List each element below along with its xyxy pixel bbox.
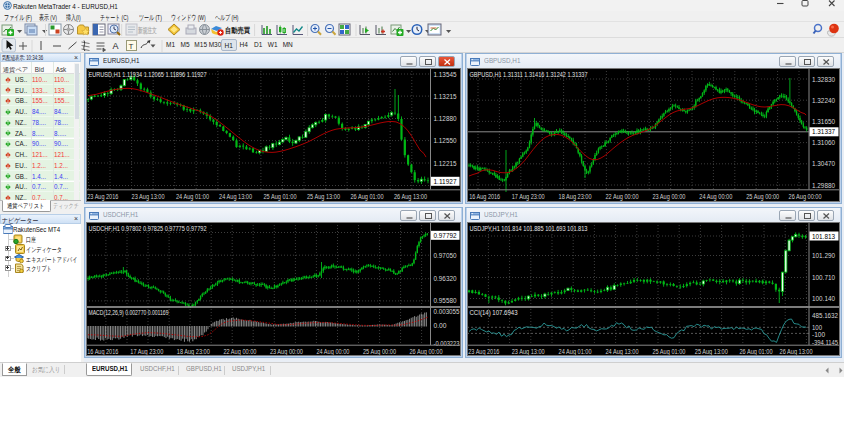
svg-text:1.13215: 1.13215 xyxy=(434,93,457,100)
svg-text:16 Aug 2016: 16 Aug 2016 xyxy=(87,348,118,356)
svg-text:18 Aug 23:00: 18 Aug 23:00 xyxy=(559,193,592,201)
svg-text:25 Aug 13:00: 25 Aug 13:00 xyxy=(307,193,340,201)
svg-text:26 Aug 00:00: 26 Aug 00:00 xyxy=(789,193,822,201)
svg-text:1.31060: 1.31060 xyxy=(812,139,835,146)
svg-text:0.003055: 0.003055 xyxy=(434,308,460,315)
svg-text:GBPUSD,H1 1.31311 1.31416 1.3: GBPUSD,H1 1.31311 1.31416 1.31242 1.3133… xyxy=(470,71,588,78)
svg-text:18 Aug 23:00: 18 Aug 23:00 xyxy=(177,348,210,356)
svg-text:24 Aug 01:00: 24 Aug 01:00 xyxy=(176,193,209,201)
svg-text:17 Aug 23:00: 17 Aug 23:00 xyxy=(512,193,545,201)
svg-text:485.1632: 485.1632 xyxy=(812,312,838,319)
svg-text:24 Aug 13:00: 24 Aug 13:00 xyxy=(219,193,252,201)
svg-text:100: 100 xyxy=(812,324,822,331)
svg-text:25 Aug 00:00: 25 Aug 00:00 xyxy=(363,348,396,356)
svg-text:23 Aug 13:00: 23 Aug 13:00 xyxy=(512,348,545,356)
svg-text:22 Aug 00:00: 22 Aug 00:00 xyxy=(606,193,639,201)
svg-text:0.97792: 0.97792 xyxy=(434,232,457,239)
svg-text:16 Aug 2016: 16 Aug 2016 xyxy=(469,193,500,201)
svg-text:1.12550: 1.12550 xyxy=(434,137,457,144)
svg-text:23 Aug 00:00: 23 Aug 00:00 xyxy=(652,193,685,201)
svg-text:1.32240: 1.32240 xyxy=(812,97,835,104)
svg-text:1.11927: 1.11927 xyxy=(434,178,457,185)
svg-text:26 Aug 01:00: 26 Aug 01:00 xyxy=(351,193,384,201)
svg-text:25 Aug 00:00: 25 Aug 00:00 xyxy=(746,193,779,201)
svg-text:25 Aug 01:00: 25 Aug 01:00 xyxy=(264,193,297,201)
svg-text:24 Aug 01:00: 24 Aug 01:00 xyxy=(559,348,592,356)
svg-text:1.32830: 1.32830 xyxy=(812,76,835,83)
svg-text:1.12215: 1.12215 xyxy=(434,160,457,167)
svg-text:0.96320: 0.96320 xyxy=(434,275,457,282)
svg-text:-0.003223: -0.003223 xyxy=(434,340,460,347)
svg-text:100.140: 100.140 xyxy=(812,295,835,302)
svg-text:A: A xyxy=(113,41,119,51)
svg-text:26 Aug 13:00: 26 Aug 13:00 xyxy=(780,348,813,356)
svg-text:0.95580: 0.95580 xyxy=(434,297,457,304)
svg-text:23 Aug 2016: 23 Aug 2016 xyxy=(87,193,118,201)
svg-text:1.29880: 1.29880 xyxy=(812,182,835,189)
svg-text:26 Aug 13:00: 26 Aug 13:00 xyxy=(394,193,427,201)
svg-text:0.00: 0.00 xyxy=(434,322,447,329)
svg-text:25 Aug 13:00: 25 Aug 13:00 xyxy=(695,348,728,356)
svg-text:24 Aug 13:00: 24 Aug 13:00 xyxy=(606,348,639,356)
svg-text:MACD(12,26,9) 0.002770 0.00116: MACD(12,26,9) 0.002770 0.001169 xyxy=(89,309,169,317)
svg-text:1.30470: 1.30470 xyxy=(812,160,835,167)
svg-text:T: T xyxy=(129,42,134,51)
svg-text:24 Aug 00:00: 24 Aug 00:00 xyxy=(699,193,732,201)
svg-text:23 Aug 00:00: 23 Aug 00:00 xyxy=(270,348,303,356)
svg-text:CCI(14) 107.6943: CCI(14) 107.6943 xyxy=(470,309,518,317)
svg-text:24 Aug 00:00: 24 Aug 00:00 xyxy=(316,348,349,356)
svg-text:EURUSD,H1 1.11934 1.12065 1.1: EURUSD,H1 1.11934 1.12065 1.11896 1.1192… xyxy=(89,71,207,78)
svg-text:0.97050: 0.97050 xyxy=(434,252,457,259)
svg-text:1.31337: 1.31337 xyxy=(812,128,835,135)
svg-text:1.13545: 1.13545 xyxy=(434,71,457,78)
svg-text:USDJPY,H1 101.814 101.885 101: USDJPY,H1 101.814 101.885 101.693 101.81… xyxy=(470,225,588,232)
svg-text:23 Aug 13:00: 23 Aug 13:00 xyxy=(132,193,165,201)
svg-text:100.710: 100.710 xyxy=(812,274,835,281)
svg-text:22 Aug 00:00: 22 Aug 00:00 xyxy=(223,348,256,356)
svg-text:26 Aug 00:00: 26 Aug 00:00 xyxy=(410,348,443,356)
svg-text:17 Aug 23:00: 17 Aug 23:00 xyxy=(130,348,163,356)
svg-text:1.31650: 1.31650 xyxy=(812,118,835,125)
svg-text:USDCHF,H1 0.97802 0.97825 0.9: USDCHF,H1 0.97802 0.97825 0.97775 0.9779… xyxy=(89,225,207,232)
svg-text:-100: -100 xyxy=(812,331,825,338)
svg-text:26 Aug 01:00: 26 Aug 01:00 xyxy=(740,348,773,356)
svg-text:1.12880: 1.12880 xyxy=(434,115,457,122)
svg-text:101.290: 101.290 xyxy=(812,252,835,259)
svg-text:25 Aug 01:00: 25 Aug 01:00 xyxy=(652,348,685,356)
svg-text:23 Aug 2016: 23 Aug 2016 xyxy=(468,348,499,356)
svg-text:101.813: 101.813 xyxy=(812,233,835,240)
